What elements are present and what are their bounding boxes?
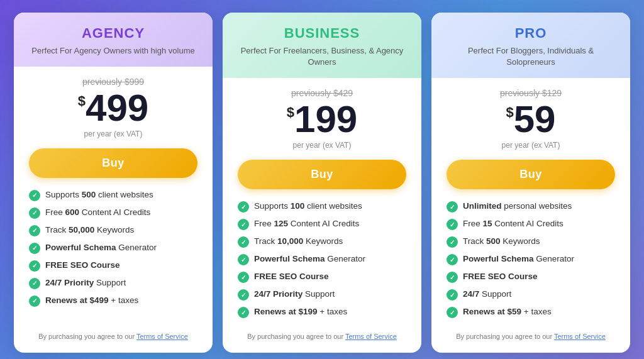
check-icon bbox=[238, 219, 249, 230]
feature-text: FREE SEO Course bbox=[463, 271, 538, 282]
price-currency-pro: $ bbox=[506, 106, 514, 119]
feature-item: Free 125 Content AI Credits bbox=[238, 218, 406, 230]
card-body-business: previously $429 $199 per year (ex VAT) B… bbox=[223, 78, 421, 353]
feature-item: Supports 100 client websites bbox=[238, 201, 406, 213]
price-period-agency: per year (ex VAT) bbox=[29, 130, 197, 138]
price-row-pro: $59 bbox=[447, 101, 615, 138]
card-header-pro: PRO Perfect For Bloggers, Individuals & … bbox=[431, 13, 630, 78]
features-list-agency: Supports 500 client websites Free 600 Co… bbox=[29, 189, 197, 324]
features-list-business: Supports 100 client websites Free 125 Co… bbox=[238, 201, 406, 324]
plan-subtitle-business: Perfect For Freelancers, Business, & Age… bbox=[238, 45, 406, 68]
buy-button-pro[interactable]: Buy bbox=[447, 160, 615, 189]
tos-text-agency: By purchasing you agree to our Terms of … bbox=[29, 333, 197, 340]
check-icon bbox=[29, 243, 40, 254]
price-amount-pro: 59 bbox=[514, 98, 556, 140]
price-currency-agency: $ bbox=[78, 94, 86, 108]
feature-text: Unlimited personal websites bbox=[463, 201, 572, 212]
feature-text: Track 50,000 Keywords bbox=[45, 224, 134, 236]
feature-text: Renews at $59 + taxes bbox=[463, 306, 552, 318]
check-icon bbox=[447, 307, 458, 318]
check-icon bbox=[238, 289, 249, 301]
check-icon bbox=[447, 219, 458, 230]
check-icon bbox=[29, 260, 40, 272]
feature-text: FREE SEO Course bbox=[254, 271, 329, 282]
feature-item: Supports 500 client websites bbox=[29, 189, 197, 201]
plan-card-pro: PRO Perfect For Bloggers, Individuals & … bbox=[431, 13, 630, 353]
check-icon bbox=[29, 190, 40, 201]
price-row-business: $199 bbox=[238, 101, 406, 138]
old-price-agency: previously $999 bbox=[29, 77, 197, 87]
check-icon bbox=[238, 254, 249, 265]
card-header-agency: AGENCY Perfect For Agency Owners with hi… bbox=[14, 13, 213, 67]
feature-item: Free 15 Content AI Credits bbox=[447, 218, 615, 230]
old-price-pro: previously $129 bbox=[447, 88, 615, 98]
check-icon bbox=[29, 278, 40, 289]
feature-text: Powerful Schema Generator bbox=[45, 242, 157, 253]
tos-text-business: By purchasing you agree to our Terms of … bbox=[238, 333, 406, 340]
feature-text: Supports 500 client websites bbox=[45, 189, 153, 201]
plan-subtitle-agency: Perfect For Agency Owners with high volu… bbox=[29, 45, 197, 57]
card-body-agency: previously $999 $499 per year (ex VAT) B… bbox=[14, 67, 213, 353]
feature-text: Renews at $499 + taxes bbox=[45, 295, 138, 306]
feature-item: FREE SEO Course bbox=[29, 260, 197, 272]
check-icon bbox=[447, 236, 458, 248]
buy-button-agency[interactable]: Buy bbox=[29, 148, 197, 178]
tos-link-business[interactable]: Terms of Service bbox=[345, 333, 397, 340]
price-period-pro: per year (ex VAT) bbox=[447, 141, 615, 150]
feature-item: FREE SEO Course bbox=[238, 271, 406, 283]
feature-item: Powerful Schema Generator bbox=[447, 253, 615, 265]
feature-item: Track 500 Keywords bbox=[447, 236, 615, 248]
feature-text: 24/7 Priority Support bbox=[254, 289, 335, 300]
check-icon bbox=[238, 272, 249, 283]
check-icon bbox=[447, 201, 458, 213]
card-body-pro: previously $129 $59 per year (ex VAT) Bu… bbox=[431, 78, 630, 353]
feature-text: FREE SEO Course bbox=[45, 260, 120, 271]
feature-item: 24/7 Priority Support bbox=[238, 289, 406, 301]
feature-text: Free 15 Content AI Credits bbox=[463, 218, 564, 229]
feature-item: Free 600 Content AI Credits bbox=[29, 207, 197, 219]
price-amount-business: 199 bbox=[294, 98, 357, 140]
feature-item: FREE SEO Course bbox=[447, 271, 615, 283]
price-row-agency: $499 bbox=[29, 89, 197, 127]
check-icon bbox=[447, 254, 458, 265]
check-icon bbox=[447, 289, 458, 301]
check-icon bbox=[238, 236, 249, 248]
feature-text: Free 600 Content AI Credits bbox=[45, 207, 150, 218]
tos-text-pro: By purchasing you agree to our Terms of … bbox=[447, 333, 615, 340]
feature-text: 24/7 Priority Support bbox=[45, 277, 126, 289]
feature-text: Powerful Schema Generator bbox=[463, 253, 574, 265]
check-icon bbox=[29, 207, 40, 219]
price-amount-agency: 499 bbox=[86, 87, 148, 129]
feature-item: 24/7 Priority Support bbox=[29, 277, 197, 289]
feature-text: Powerful Schema Generator bbox=[254, 253, 365, 265]
check-icon bbox=[238, 201, 249, 213]
price-currency-business: $ bbox=[287, 106, 294, 119]
feature-item: 24/7 Support bbox=[447, 289, 615, 301]
plan-name-business: BUSINESS bbox=[238, 25, 406, 41]
check-icon bbox=[29, 295, 40, 307]
tos-link-pro[interactable]: Terms of Service bbox=[554, 333, 606, 340]
feature-text: Track 500 Keywords bbox=[463, 236, 540, 247]
plan-name-pro: PRO bbox=[447, 25, 615, 41]
feature-item: Track 50,000 Keywords bbox=[29, 224, 197, 236]
pricing-container: AGENCY Perfect For Agency Owners with hi… bbox=[14, 13, 630, 353]
tos-link-agency[interactable]: Terms of Service bbox=[136, 333, 188, 340]
check-icon bbox=[447, 272, 458, 283]
feature-item: Powerful Schema Generator bbox=[29, 242, 197, 254]
feature-item: Powerful Schema Generator bbox=[238, 253, 406, 265]
feature-item: Unlimited personal websites bbox=[447, 201, 615, 213]
feature-item: Renews at $59 + taxes bbox=[447, 306, 615, 318]
features-list-pro: Unlimited personal websites Free 15 Cont… bbox=[447, 201, 615, 324]
feature-text: Free 125 Content AI Credits bbox=[254, 218, 359, 229]
feature-item: Track 10,000 Keywords bbox=[238, 236, 406, 248]
feature-text: Track 10,000 Keywords bbox=[254, 236, 343, 247]
plan-name-agency: AGENCY bbox=[29, 25, 197, 41]
check-icon bbox=[238, 307, 249, 318]
plan-card-business: BUSINESS Perfect For Freelancers, Busine… bbox=[223, 13, 421, 353]
buy-button-business[interactable]: Buy bbox=[238, 160, 406, 189]
feature-text: Renews at $199 + taxes bbox=[254, 306, 347, 318]
check-icon bbox=[29, 225, 40, 236]
feature-text: Supports 100 client websites bbox=[254, 201, 362, 212]
feature-text: 24/7 Support bbox=[463, 289, 511, 300]
old-price-business: previously $429 bbox=[238, 88, 406, 98]
